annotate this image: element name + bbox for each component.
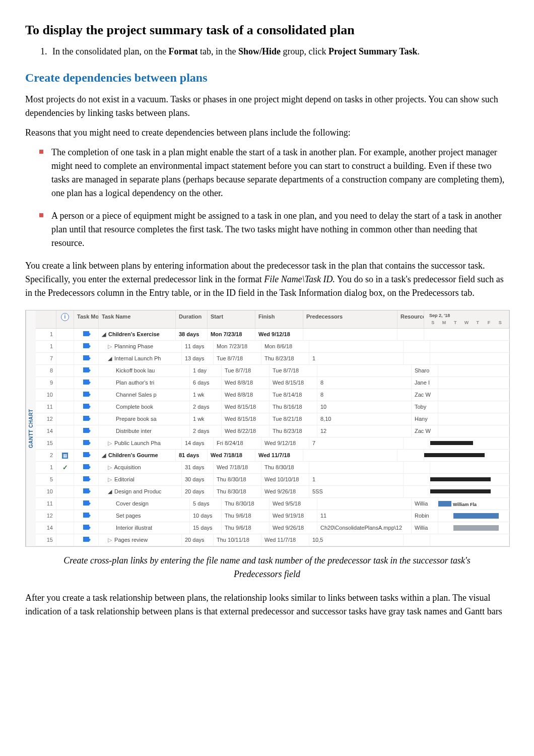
gantt-bar[interactable] xyxy=(430,477,491,481)
cell-task-name[interactable]: Complete book xyxy=(99,401,190,413)
gantt-row[interactable]: 14Interior illustrat15 daysThu 9/6/18Wed… xyxy=(36,522,509,534)
gantt-row[interactable]: 14Distribute inter2 daysWed 8/22/18Thu 8… xyxy=(36,425,509,437)
cell-resource[interactable] xyxy=(404,462,430,473)
cell-resource[interactable]: Willia xyxy=(412,522,438,534)
gantt-row[interactable]: 10Channel Sales p1 wkWed 8/8/18Tue 8/14/… xyxy=(36,389,509,401)
cell-finish[interactable]: Wed 11/7/18 xyxy=(261,534,309,546)
cell-task-name[interactable]: Kickoff book lau xyxy=(99,365,190,376)
cell-duration[interactable]: 20 days xyxy=(182,534,214,546)
cell-start[interactable]: Fri 8/24/18 xyxy=(214,437,261,449)
gantt-row[interactable]: 5▷ Editorial30 daysThu 8/30/18Wed 10/10/… xyxy=(36,474,509,486)
cell-finish[interactable]: Tue 8/7/18 xyxy=(270,365,317,376)
cell-predecessors[interactable] xyxy=(309,462,404,473)
cell-predecessors[interactable]: 11 xyxy=(317,510,412,522)
gantt-row[interactable]: 15▷ Pages review20 daysThu 10/11/18Wed 1… xyxy=(36,534,509,546)
gantt-side-tab[interactable]: GANTT CHART xyxy=(26,310,36,546)
cell-task-name[interactable]: ▷ Planning Phase xyxy=(99,341,182,352)
cell-finish[interactable]: Wed 9/19/18 xyxy=(270,510,317,522)
gantt-row[interactable]: 12Prepare book sa1 wkWed 8/15/18Tue 8/21… xyxy=(36,413,509,425)
cell-resource[interactable] xyxy=(404,341,430,352)
cell-task-name[interactable]: Cover design xyxy=(99,498,190,510)
gantt-row[interactable]: 11Complete book2 daysWed 8/15/18Thu 8/16… xyxy=(36,401,509,413)
cell-start[interactable]: Wed 8/15/18 xyxy=(222,413,270,425)
col-header-start[interactable]: Start xyxy=(208,310,255,328)
cell-duration[interactable]: 1 wk xyxy=(190,389,222,401)
cell-duration[interactable]: 38 days xyxy=(176,329,208,340)
gantt-bar[interactable] xyxy=(453,513,499,519)
cell-predecessors[interactable] xyxy=(317,365,412,376)
cell-finish[interactable]: Mon 8/6/18 xyxy=(261,341,309,352)
gantt-row[interactable]: 9Plan author's tri6 daysWed 8/8/18Wed 8/… xyxy=(36,377,509,389)
cell-resource[interactable]: Robin xyxy=(412,510,438,522)
cell-resource[interactable] xyxy=(397,450,424,461)
cell-start[interactable]: Thu 8/30/18 xyxy=(214,474,261,485)
cell-duration[interactable]: 15 days xyxy=(190,522,222,534)
cell-resource[interactable] xyxy=(404,486,430,497)
cell-duration[interactable]: 6 days xyxy=(190,377,222,389)
expand-icon[interactable]: ▷ xyxy=(108,476,112,482)
cell-predecessors[interactable] xyxy=(303,329,397,340)
cell-duration[interactable]: 5 days xyxy=(190,498,222,510)
cell-predecessors[interactable] xyxy=(309,341,404,352)
cell-finish[interactable]: Wed 8/15/18 xyxy=(270,377,317,389)
cell-finish[interactable]: Wed 10/10/18 xyxy=(261,474,309,485)
gantt-row[interactable]: 2▦◢ Children's Gourme81 daysWed 7/18/18W… xyxy=(36,450,509,462)
cell-finish[interactable]: Wed 11/7/18 xyxy=(255,450,303,461)
cell-resource[interactable] xyxy=(397,329,424,340)
cell-start[interactable]: Thu 8/30/18 xyxy=(222,498,270,510)
gantt-row[interactable]: 7◢ Internal Launch Ph13 daysTue 8/7/18Th… xyxy=(36,353,509,365)
cell-resource[interactable] xyxy=(404,353,430,364)
cell-finish[interactable]: Thu 8/23/18 xyxy=(270,425,317,437)
cell-resource[interactable] xyxy=(404,437,430,449)
cell-start[interactable]: Mon 7/23/18 xyxy=(208,329,255,340)
collapse-icon[interactable]: ◢ xyxy=(108,355,112,361)
gantt-row[interactable]: 1◢ Children's Exercise38 daysMon 7/23/18… xyxy=(36,329,509,341)
cell-resource[interactable]: Hany xyxy=(412,413,438,425)
cell-task-name[interactable]: ▷ Pages review xyxy=(99,534,182,546)
cell-duration[interactable]: 1 day xyxy=(190,365,222,376)
cell-start[interactable]: Mon 7/23/18 xyxy=(214,341,261,352)
cell-finish[interactable]: Wed 9/12/18 xyxy=(255,329,303,340)
cell-predecessors[interactable]: 5SS xyxy=(309,486,404,497)
cell-task-name[interactable]: Distribute inter xyxy=(99,425,190,437)
cell-predecessors[interactable] xyxy=(303,450,397,461)
cell-task-name[interactable]: Interior illustrat xyxy=(99,522,190,534)
cell-start[interactable]: Thu 9/6/18 xyxy=(222,522,270,534)
col-header-duration[interactable]: Duration xyxy=(176,310,208,328)
expand-icon[interactable]: ▷ xyxy=(108,537,112,543)
cell-predecessors[interactable]: 10,5 xyxy=(309,534,404,546)
cell-start[interactable]: Thu 8/30/18 xyxy=(214,486,261,497)
gantt-row[interactable]: 12Set pages10 daysThu 9/6/18Wed 9/19/181… xyxy=(36,510,509,522)
collapse-icon[interactable]: ◢ xyxy=(108,488,112,494)
cell-duration[interactable]: 31 days xyxy=(182,462,214,473)
cell-finish[interactable]: Wed 9/26/18 xyxy=(261,486,309,497)
cell-finish[interactable]: Thu 8/30/18 xyxy=(261,462,309,473)
cell-predecessors[interactable]: Ch20\ConsolidatePlansA.mpp\12 xyxy=(317,522,412,534)
cell-finish[interactable]: Thu 8/16/18 xyxy=(270,401,317,413)
cell-task-name[interactable]: ◢ Design and Produc xyxy=(99,486,182,497)
gantt-row[interactable]: 10◢ Design and Produc20 daysThu 8/30/18W… xyxy=(36,486,509,498)
cell-task-name[interactable]: ▷ Acquisition xyxy=(99,462,182,473)
gantt-row[interactable]: 1▷ Planning Phase11 daysMon 7/23/18Mon 8… xyxy=(36,341,509,353)
cell-task-name[interactable]: ◢ Children's Gourme xyxy=(99,450,176,461)
cell-start[interactable]: Tue 8/7/18 xyxy=(222,365,270,376)
cell-start[interactable]: Tue 8/7/18 xyxy=(214,353,261,364)
cell-finish[interactable]: Wed 9/12/18 xyxy=(261,437,309,449)
cell-duration[interactable]: 2 days xyxy=(190,401,222,413)
gantt-bar[interactable] xyxy=(453,525,499,531)
cell-finish[interactable]: Wed 9/5/18 xyxy=(270,498,317,510)
cell-duration[interactable]: 14 days xyxy=(182,437,214,449)
expand-icon[interactable]: ▷ xyxy=(108,464,112,470)
cell-predecessors[interactable]: 10 xyxy=(317,401,412,413)
cell-start[interactable]: Wed 8/8/18 xyxy=(222,377,270,389)
cell-task-name[interactable]: Channel Sales p xyxy=(99,389,190,401)
cell-start[interactable]: Wed 8/15/18 xyxy=(222,401,270,413)
cell-predecessors[interactable]: 12 xyxy=(317,425,412,437)
gantt-bar[interactable] xyxy=(430,441,473,445)
cell-resource[interactable] xyxy=(404,534,430,546)
cell-task-name[interactable]: Plan author's tri xyxy=(99,377,190,389)
cell-start[interactable]: Thu 9/6/18 xyxy=(222,510,270,522)
cell-start[interactable]: Wed 8/8/18 xyxy=(222,389,270,401)
cell-task-name[interactable]: ◢ Internal Launch Ph xyxy=(99,353,182,364)
gantt-row[interactable]: 15▷ Public Launch Pha14 daysFri 8/24/18W… xyxy=(36,437,509,450)
